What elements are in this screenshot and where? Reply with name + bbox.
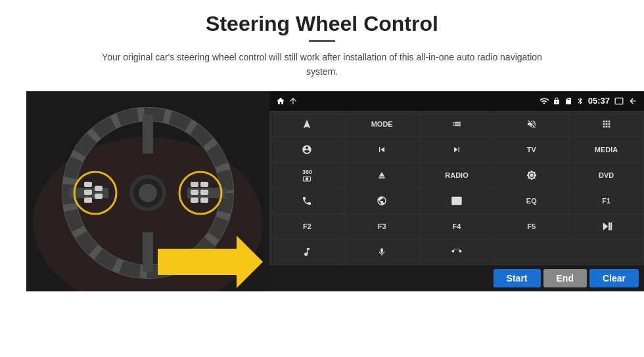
- page-subtitle: Your original car's steering wheel contr…: [99, 50, 545, 79]
- btn-360cam[interactable]: 360: [270, 163, 344, 188]
- btn-tv[interactable]: TV: [494, 137, 568, 162]
- head-unit: 05:37 MODE: [269, 91, 644, 291]
- screen-icon: [614, 96, 624, 106]
- bottom-action-bar: Start End Clear: [269, 265, 644, 291]
- btn-f4[interactable]: F4: [420, 214, 494, 239]
- svg-marker-31: [603, 222, 608, 230]
- title-divider: [309, 40, 335, 42]
- btn-brightness[interactable]: [494, 163, 568, 188]
- wifi-icon: [540, 96, 549, 106]
- clear-button[interactable]: Clear: [589, 269, 639, 287]
- btn-empty: [494, 240, 643, 264]
- btn-mode[interactable]: MODE: [345, 112, 419, 136]
- btn-list[interactable]: [420, 112, 494, 136]
- btn-music[interactable]: [270, 240, 344, 264]
- svg-text:-: -: [85, 188, 87, 194]
- svg-rect-15: [95, 186, 103, 191]
- status-bar-left: [276, 96, 297, 106]
- svg-rect-32: [609, 222, 610, 230]
- btn-mute[interactable]: [494, 112, 568, 136]
- svg-point-10: [139, 184, 157, 202]
- status-bar-right: 05:37: [540, 96, 637, 106]
- btn-radio[interactable]: RADIO: [420, 163, 494, 188]
- steering-wheel-image: + -: [26, 91, 269, 291]
- btn-navigate[interactable]: [270, 112, 344, 136]
- svg-rect-33: [610, 222, 612, 230]
- btn-mirror[interactable]: [420, 188, 494, 213]
- btn-call-end[interactable]: [420, 240, 494, 264]
- lock-icon: [553, 97, 561, 105]
- svg-rect-16: [95, 194, 103, 199]
- btn-prev[interactable]: [345, 137, 419, 162]
- svg-rect-25: [200, 198, 208, 203]
- btn-settings[interactable]: [270, 137, 344, 162]
- btn-f3[interactable]: F3: [345, 214, 419, 239]
- btn-eq[interactable]: EQ: [494, 188, 568, 213]
- svg-rect-12: [84, 182, 92, 187]
- btn-f2[interactable]: F2: [270, 214, 344, 239]
- bluetooth-icon: [576, 97, 584, 105]
- svg-rect-23: [200, 190, 208, 195]
- start-button[interactable]: Start: [494, 269, 541, 287]
- navigate-icon: [289, 97, 297, 105]
- back-icon: [628, 96, 637, 106]
- status-bar: 05:37: [269, 91, 644, 111]
- svg-point-28: [306, 177, 308, 180]
- page-container: Steering Wheel Control Your original car…: [0, 0, 644, 357]
- home-icon: [276, 96, 285, 106]
- btn-dvd[interactable]: DVD: [569, 163, 643, 188]
- status-time: 05:37: [588, 96, 610, 106]
- btn-play-pause[interactable]: [569, 214, 643, 239]
- end-button[interactable]: End: [543, 269, 587, 287]
- page-title: Steering Wheel Control: [206, 12, 438, 36]
- btn-next[interactable]: [420, 137, 494, 162]
- svg-rect-29: [451, 196, 461, 205]
- btn-phone[interactable]: [270, 188, 344, 213]
- btn-media[interactable]: MEDIA: [569, 137, 643, 162]
- content-row: + -: [26, 91, 618, 291]
- btn-f1[interactable]: F1: [569, 188, 643, 213]
- svg-text:+: +: [85, 195, 89, 201]
- button-grid: MODE: [269, 111, 644, 265]
- btn-apps[interactable]: [569, 112, 643, 136]
- svg-rect-21: [200, 182, 208, 187]
- svg-rect-20: [191, 182, 198, 187]
- svg-rect-22: [191, 190, 198, 195]
- btn-mic[interactable]: [345, 240, 419, 264]
- sd-icon: [564, 97, 572, 105]
- svg-rect-24: [191, 198, 198, 203]
- btn-globe[interactable]: [345, 188, 419, 213]
- btn-f5[interactable]: F5: [494, 214, 568, 239]
- btn-eject[interactable]: [345, 163, 419, 188]
